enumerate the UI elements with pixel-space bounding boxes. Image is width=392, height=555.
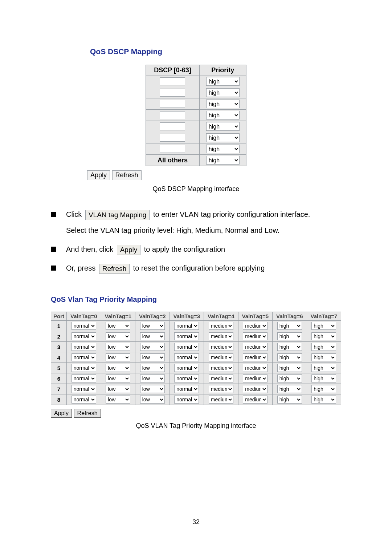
vlantag-select[interactable]: medium bbox=[209, 343, 233, 351]
apply-button-inline[interactable]: Apply bbox=[117, 245, 141, 255]
vlantag-select[interactable]: high bbox=[311, 343, 336, 351]
vlantag-select[interactable]: normal bbox=[174, 396, 199, 404]
vlantag-select[interactable]: low bbox=[140, 385, 165, 393]
vlantag-select[interactable]: medium bbox=[243, 364, 268, 372]
vlantag-select[interactable]: low bbox=[106, 385, 130, 393]
vlantag-select[interactable]: low bbox=[106, 374, 130, 382]
vlantag-select[interactable]: high bbox=[311, 396, 336, 404]
apply-button[interactable]: Apply bbox=[87, 170, 110, 180]
vlantag-select[interactable]: normal bbox=[72, 385, 96, 393]
vlantag-select[interactable]: low bbox=[140, 353, 165, 361]
priority-select[interactable]: high bbox=[206, 88, 240, 97]
vlantag-select[interactable]: high bbox=[311, 353, 336, 361]
dscp-input[interactable] bbox=[160, 122, 185, 130]
vlantag-select[interactable]: normal bbox=[174, 364, 199, 372]
dscp-allothers-row: All othershigh bbox=[146, 155, 246, 166]
vlantag-select[interactable]: medium bbox=[243, 396, 268, 404]
vlantag-select[interactable]: low bbox=[140, 332, 165, 340]
vlantag-select[interactable]: normal bbox=[72, 396, 96, 404]
vlan-row: 7normallowlownormalmediummediumhighhigh bbox=[51, 384, 341, 394]
vlantag-select[interactable]: high bbox=[277, 332, 302, 340]
vlantag-select[interactable]: low bbox=[106, 322, 130, 330]
vlantag-select[interactable]: high bbox=[277, 385, 302, 393]
dscp-input[interactable] bbox=[160, 89, 185, 97]
vlantag-select[interactable]: medium bbox=[243, 353, 268, 361]
vlan-tag-mapping-button[interactable]: VLAN tag Mapping bbox=[85, 210, 150, 220]
vlantag-select[interactable]: high bbox=[277, 374, 302, 382]
vlantag-select[interactable]: low bbox=[106, 353, 130, 361]
priority-select[interactable]: high bbox=[206, 77, 240, 86]
vlantag-select[interactable]: normal bbox=[174, 322, 199, 330]
vlantag-select[interactable]: high bbox=[311, 332, 336, 340]
vlantag-select[interactable]: high bbox=[277, 343, 302, 351]
vlantag-select[interactable]: normal bbox=[174, 374, 199, 382]
vlantag-select[interactable]: medium bbox=[209, 396, 233, 404]
priority-select[interactable]: high bbox=[206, 133, 240, 142]
dscp-row: high bbox=[146, 76, 246, 87]
vlantag-select[interactable]: normal bbox=[72, 364, 96, 372]
dscp-input[interactable] bbox=[160, 100, 185, 108]
priority-select[interactable]: high bbox=[206, 111, 240, 119]
vlantag-select[interactable]: medium bbox=[209, 364, 233, 372]
priority-select[interactable]: high bbox=[206, 145, 240, 153]
bullet-icon bbox=[51, 266, 56, 271]
dscp-caption: QoS DSCP Mapping interface bbox=[87, 185, 305, 193]
vlantag-select[interactable]: medium bbox=[243, 374, 268, 382]
priority-col-header: Priority bbox=[199, 65, 246, 76]
dscp-row: high bbox=[146, 98, 246, 110]
vlantag-select[interactable]: medium bbox=[243, 343, 268, 351]
vlantag-select[interactable]: medium bbox=[209, 374, 233, 382]
vlantag-select[interactable]: high bbox=[311, 374, 336, 382]
dscp-input[interactable] bbox=[160, 134, 185, 142]
vlantag-select[interactable]: normal bbox=[174, 332, 199, 340]
port-cell: 4 bbox=[51, 352, 67, 363]
vlantag-select[interactable]: low bbox=[140, 343, 165, 351]
vlantag-select[interactable]: normal bbox=[174, 385, 199, 393]
vlantag-select[interactable]: medium bbox=[209, 353, 233, 361]
apply-button[interactable]: Apply bbox=[51, 409, 72, 418]
vlantag-select[interactable]: high bbox=[277, 353, 302, 361]
vlantag-select[interactable]: high bbox=[311, 385, 336, 393]
vlantag-select[interactable]: high bbox=[277, 322, 302, 330]
vlantag-select[interactable]: normal bbox=[174, 353, 199, 361]
text: to apply the configuration bbox=[144, 245, 225, 253]
vlantag-select[interactable]: low bbox=[140, 322, 165, 330]
refresh-button[interactable]: Refresh bbox=[74, 409, 101, 418]
vlantag-select[interactable]: low bbox=[106, 343, 130, 351]
vlantag-select[interactable]: low bbox=[106, 396, 130, 404]
vlantag-select[interactable]: normal bbox=[72, 353, 96, 361]
dscp-input[interactable] bbox=[160, 77, 185, 85]
vlantag-select[interactable]: medium bbox=[209, 332, 233, 340]
vlantag-select[interactable]: normal bbox=[174, 343, 199, 351]
vlantag-select[interactable]: normal bbox=[72, 332, 96, 340]
vlantag-select[interactable]: low bbox=[106, 364, 130, 372]
vlantag-select[interactable]: medium bbox=[209, 322, 233, 330]
priority-select[interactable]: high bbox=[206, 156, 240, 165]
vlantag-select[interactable]: medium bbox=[243, 332, 268, 340]
port-cell: 8 bbox=[51, 394, 67, 405]
refresh-button-inline[interactable]: Refresh bbox=[99, 264, 130, 274]
dscp-input[interactable] bbox=[160, 145, 185, 153]
vlantag-select[interactable]: low bbox=[140, 396, 165, 404]
vlantag-select[interactable]: normal bbox=[72, 374, 96, 382]
vlantag-select[interactable]: low bbox=[140, 364, 165, 372]
priority-select[interactable]: high bbox=[206, 100, 240, 108]
vlantag-select[interactable]: low bbox=[140, 374, 165, 382]
vlantag-select[interactable]: high bbox=[277, 364, 302, 372]
dscp-table: DSCP [0-63] Priority highhighhighhighhig… bbox=[146, 65, 246, 166]
vlan-col-header: Port bbox=[51, 312, 67, 321]
vlantag-select[interactable]: low bbox=[106, 332, 130, 340]
vlantag-select[interactable]: medium bbox=[243, 322, 268, 330]
dscp-input[interactable] bbox=[160, 111, 185, 119]
port-cell: 1 bbox=[51, 321, 67, 331]
vlantag-select[interactable]: high bbox=[311, 364, 336, 372]
priority-select[interactable]: high bbox=[206, 122, 240, 131]
vlan-row: 8normallowlownormalmediummediumhighhigh bbox=[51, 394, 341, 405]
vlantag-select[interactable]: normal bbox=[72, 322, 96, 330]
vlantag-select[interactable]: medium bbox=[243, 385, 268, 393]
vlantag-select[interactable]: high bbox=[277, 396, 302, 404]
vlantag-select[interactable]: high bbox=[311, 322, 336, 330]
vlantag-select[interactable]: normal bbox=[72, 343, 96, 351]
refresh-button[interactable]: Refresh bbox=[112, 170, 142, 180]
vlantag-select[interactable]: medium bbox=[209, 385, 233, 393]
